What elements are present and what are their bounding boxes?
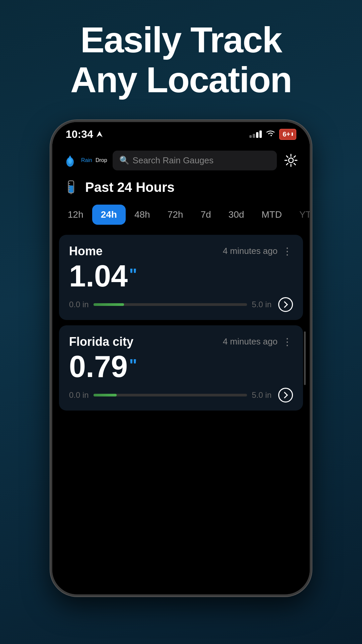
gauge-card-home[interactable]: Home 4 minutes ago ⋮ 1.04 " 0.0 in 5.0 i… [59, 235, 303, 320]
time-tabs: 12h 24h 48h 72h 7d 30d MTD YT [52, 201, 310, 231]
hero-line1: Easily Track [70, 20, 292, 60]
hero-line2: Any Location [70, 60, 292, 100]
gauge-name-home: Home [69, 244, 103, 258]
logo-drop-text: Drop [96, 157, 107, 163]
search-icon: 🔍 [119, 156, 129, 165]
phone-mockup: 10:34 [50, 120, 312, 596]
app-screen: RainDrop 🔍 Search Rain Gauges [52, 144, 310, 594]
gauge-bar-min-home: 0.0 in [69, 300, 89, 309]
status-icons: 6+ [249, 129, 296, 140]
gauge-card-florida[interactable]: Florida city 4 minutes ago ⋮ 0.79 " 0.0 … [59, 325, 303, 411]
tab-12h[interactable]: 12h [59, 205, 92, 225]
gauge-value-row-florida: 0.79 " [69, 352, 293, 382]
tab-72h[interactable]: 72h [159, 205, 192, 225]
gauge-card-header-home: Home 4 minutes ago ⋮ [69, 244, 293, 258]
gauge-bar-track-home [94, 303, 247, 306]
gauge-bar-track-florida [94, 394, 247, 396]
gauge-detail-button-home[interactable] [278, 297, 293, 312]
section-header: Past 24 Hours [52, 175, 310, 201]
gauge-meta-florida: 4 minutes ago ⋮ [223, 336, 293, 347]
gauge-bar-max-home: 5.0 in [252, 300, 272, 309]
gauge-value-home: 1.04 [69, 261, 128, 291]
tab-48h[interactable]: 48h [126, 205, 159, 225]
gauge-value-florida: 0.79 [69, 352, 128, 382]
hero-text: Easily Track Any Location [50, 20, 312, 100]
gauge-bar-row-florida: 0.0 in 5.0 in [69, 388, 293, 402]
tab-24h[interactable]: 24h [92, 205, 126, 225]
gauge-card-header-florida: Florida city 4 minutes ago ⋮ [69, 335, 293, 349]
app-header: RainDrop 🔍 Search Rain Gauges [52, 144, 310, 175]
tab-30d[interactable]: 30d [220, 205, 253, 225]
gauge-bar-row-home: 0.0 in 5.0 in [69, 297, 293, 312]
chevron-right-icon-florida [281, 392, 288, 398]
gauge-bar-min-florida: 0.0 in [69, 390, 89, 400]
tab-mtd[interactable]: MTD [253, 205, 291, 225]
search-placeholder: Search Rain Gauges [133, 155, 214, 166]
svg-line-10 [294, 156, 295, 157]
rain-gauge-icon [62, 179, 80, 196]
gauge-bar-max-florida: 5.0 in [252, 390, 272, 400]
chevron-right-icon-home [281, 301, 288, 308]
svg-line-11 [287, 163, 288, 165]
settings-button[interactable] [282, 152, 300, 169]
svg-rect-13 [69, 185, 73, 193]
more-options-florida[interactable]: ⋮ [282, 336, 293, 347]
gauge-meta-home: 4 minutes ago ⋮ [223, 245, 293, 257]
app-logo: RainDrop [62, 153, 107, 168]
svg-rect-2 [68, 159, 72, 164]
gear-icon [284, 153, 298, 168]
gauge-bar-fill-home [94, 303, 124, 306]
raindrop-logo-icon [62, 153, 78, 168]
search-bar[interactable]: 🔍 Search Rain Gauges [113, 151, 277, 170]
logo-rain-text: Rain [81, 157, 92, 163]
signal-bars-icon [249, 130, 262, 138]
gauge-timestamp-home: 4 minutes ago [223, 246, 278, 256]
gauge-bar-fill-florida [94, 394, 117, 396]
battery-icon: 6+ [279, 129, 296, 140]
tab-yt[interactable]: YT [291, 205, 310, 225]
svg-marker-0 [97, 131, 103, 137]
gauge-detail-button-florida[interactable] [278, 388, 293, 402]
status-time: 10:34 [66, 128, 103, 141]
gauge-list: Home 4 minutes ago ⋮ 1.04 " 0.0 in 5.0 i… [52, 231, 310, 594]
section-title: Past 24 Hours [85, 180, 175, 195]
navigation-arrow-icon [96, 128, 103, 141]
scrollbar [304, 331, 306, 385]
gauge-name-florida: Florida city [69, 335, 133, 349]
svg-point-3 [289, 158, 293, 163]
gauge-unit-florida: " [129, 356, 137, 375]
svg-line-9 [294, 163, 295, 165]
gauge-timestamp-florida: 4 minutes ago [223, 336, 278, 347]
more-options-home[interactable]: ⋮ [282, 245, 293, 257]
tab-7d[interactable]: 7d [192, 205, 220, 225]
wifi-icon [266, 130, 275, 139]
gauge-value-row-home: 1.04 " [69, 261, 293, 291]
svg-line-8 [287, 156, 288, 157]
gauge-unit-home: " [129, 265, 137, 284]
dynamic-island [159, 128, 203, 140]
